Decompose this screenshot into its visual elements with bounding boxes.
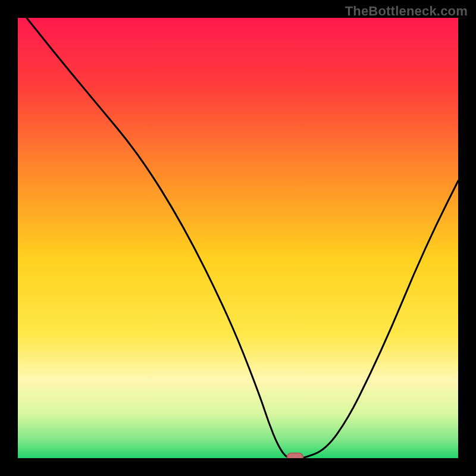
watermark-text: TheBottleneck.com <box>345 4 468 19</box>
chart-frame: TheBottleneck.com <box>0 0 476 476</box>
plot-area <box>18 18 458 458</box>
bottleneck-curve <box>18 18 458 458</box>
minimum-marker-icon <box>287 453 303 459</box>
